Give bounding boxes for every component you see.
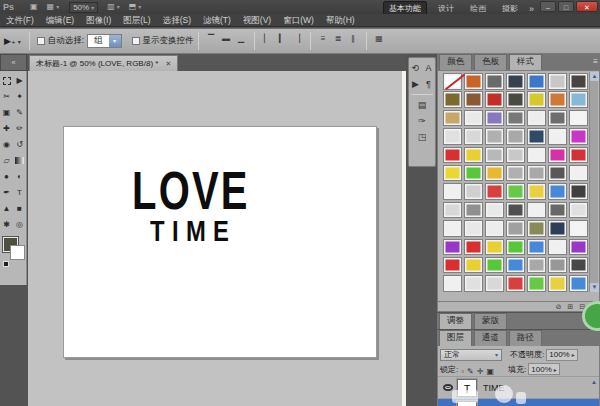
style-swatch-40[interactable] bbox=[548, 165, 567, 182]
background-color-swatch[interactable] bbox=[10, 245, 25, 260]
menu-item-文件[interactable]: 文件(F) bbox=[0, 14, 40, 27]
style-swatch-15[interactable] bbox=[464, 110, 483, 127]
style-swatch-28[interactable] bbox=[443, 147, 462, 164]
style-swatch-78[interactable] bbox=[464, 275, 483, 292]
style-swatch-12[interactable] bbox=[548, 91, 567, 108]
style-swatch-56[interactable] bbox=[443, 220, 462, 237]
style-swatch-4[interactable] bbox=[527, 73, 546, 90]
pen-tool-icon[interactable]: ✒ bbox=[0, 185, 13, 201]
styles-tab-色板[interactable]: 色板 bbox=[474, 54, 507, 70]
style-swatch-6[interactable] bbox=[569, 73, 588, 90]
style-swatch-75[interactable] bbox=[548, 257, 567, 274]
style-swatch-41[interactable] bbox=[569, 165, 588, 182]
style-swatch-32[interactable] bbox=[527, 147, 546, 164]
style-swatch-58[interactable] bbox=[485, 220, 504, 237]
tools-panel-collapse-button[interactable]: « bbox=[0, 54, 27, 71]
layers-tab-路径[interactable]: 路径 bbox=[509, 330, 542, 346]
style-swatch-23[interactable] bbox=[485, 128, 504, 145]
style-swatch-70[interactable] bbox=[443, 257, 462, 274]
view-extras-icon[interactable]: ▦▾ bbox=[47, 0, 60, 14]
style-swatch-49[interactable] bbox=[443, 202, 462, 219]
clone-source-panel-icon[interactable]: ◳ bbox=[416, 129, 429, 145]
minimize-button[interactable]: – bbox=[540, 1, 556, 12]
style-swatch-77[interactable] bbox=[443, 275, 462, 292]
style-swatch-63[interactable] bbox=[443, 239, 462, 256]
eyedropper-tool-icon[interactable]: ✎ bbox=[13, 105, 26, 121]
style-swatch-82[interactable] bbox=[548, 275, 567, 292]
current-tool-icon[interactable]: ▶₊▾ bbox=[0, 36, 25, 46]
lock-all-icon[interactable]: ▣ bbox=[486, 367, 494, 376]
style-swatch-62[interactable] bbox=[569, 220, 588, 237]
scroll-down-icon[interactable]: ▼ bbox=[590, 283, 599, 292]
style-swatch-79[interactable] bbox=[485, 275, 504, 292]
style-swatch-53[interactable] bbox=[527, 202, 546, 219]
menu-item-窗口[interactable]: 窗口(W) bbox=[277, 14, 320, 27]
style-swatch-59[interactable] bbox=[506, 220, 525, 237]
default-colors-icon[interactable] bbox=[3, 261, 9, 267]
menu-item-图像[interactable]: 图像(I) bbox=[80, 14, 117, 27]
clear-style-icon[interactable]: ⊘ bbox=[555, 302, 561, 311]
style-swatch-46[interactable] bbox=[527, 183, 546, 200]
eraser-tool-icon[interactable]: ▱ bbox=[0, 153, 13, 169]
panel-menu-icon[interactable]: ≡ bbox=[593, 57, 598, 66]
style-swatch-16[interactable] bbox=[485, 110, 504, 127]
align-icon-0[interactable]: ▔ bbox=[205, 32, 218, 45]
menu-item-视图[interactable]: 视图(V) bbox=[237, 14, 277, 27]
style-swatch-36[interactable] bbox=[464, 165, 483, 182]
type-tool-icon[interactable]: T bbox=[13, 185, 26, 201]
style-swatch-25[interactable] bbox=[527, 128, 546, 145]
style-swatch-37[interactable] bbox=[485, 165, 504, 182]
style-swatch-64[interactable] bbox=[464, 239, 483, 256]
brush-presets-panel-icon[interactable]: ✑ bbox=[416, 113, 429, 129]
style-swatch-7[interactable] bbox=[443, 91, 462, 108]
close-button[interactable]: ✕ bbox=[576, 1, 598, 12]
style-swatch-33[interactable] bbox=[548, 147, 567, 164]
menu-item-选择[interactable]: 选择(S) bbox=[157, 14, 197, 27]
style-swatch-71[interactable] bbox=[464, 257, 483, 274]
style-swatch-14[interactable] bbox=[443, 110, 462, 127]
restore-button[interactable]: □ bbox=[558, 1, 574, 12]
style-swatch-22[interactable] bbox=[464, 128, 483, 145]
actions-panel-icon[interactable]: ▶ bbox=[409, 76, 422, 92]
brush-tool-icon[interactable]: ✏ bbox=[13, 121, 26, 137]
style-swatch-39[interactable] bbox=[527, 165, 546, 182]
style-swatch-11[interactable] bbox=[527, 91, 546, 108]
hand-tool-icon[interactable]: ✱ bbox=[0, 217, 13, 233]
style-swatch-17[interactable] bbox=[506, 110, 525, 127]
styles-scrollbar[interactable]: ▲ ▼ bbox=[589, 72, 598, 292]
align-icon-3[interactable]: ▏ bbox=[261, 32, 274, 45]
arrange-documents-icon[interactable]: ▥▾ bbox=[107, 0, 120, 14]
document-tab[interactable]: 未标题-1 @ 50% (LOVE, RGB/8) * ✕ bbox=[29, 55, 178, 71]
style-swatch-38[interactable] bbox=[506, 165, 525, 182]
style-swatch-83[interactable] bbox=[569, 275, 588, 292]
blur-tool-icon[interactable]: ● bbox=[0, 169, 13, 185]
layers-tab-通道[interactable]: 通道 bbox=[474, 330, 507, 346]
menu-item-图层[interactable]: 图层(L) bbox=[117, 14, 156, 27]
style-swatch-45[interactable] bbox=[506, 183, 525, 200]
menu-item-帮助[interactable]: 帮助(H) bbox=[320, 14, 361, 27]
align-icon-6[interactable]: ≡ bbox=[317, 32, 330, 45]
style-swatch-27[interactable] bbox=[569, 128, 588, 145]
style-swatch-24[interactable] bbox=[506, 128, 525, 145]
tool-presets-panel-icon[interactable]: ▤ bbox=[416, 97, 429, 113]
style-swatch-65[interactable] bbox=[485, 239, 504, 256]
menu-item-滤镜[interactable]: 滤镜(T) bbox=[197, 14, 237, 27]
style-swatch-20[interactable] bbox=[569, 110, 588, 127]
zoom-level-dropdown[interactable]: 50% ▾ bbox=[69, 2, 98, 13]
crop-tool-icon[interactable]: ▣ bbox=[0, 105, 13, 121]
auto-select-checkbox[interactable] bbox=[37, 37, 45, 45]
workspace-more-button[interactable]: » bbox=[529, 4, 534, 14]
rectangular-marquee-tool-icon[interactable] bbox=[0, 73, 13, 89]
auto-select-dropdown[interactable]: 组 ▾ bbox=[87, 34, 122, 48]
adjustments-tab-蒙版[interactable]: 蒙版 bbox=[474, 313, 507, 329]
style-swatch-81[interactable] bbox=[527, 275, 546, 292]
style-swatch-13[interactable] bbox=[569, 91, 588, 108]
style-swatch-47[interactable] bbox=[548, 183, 567, 200]
style-swatch-55[interactable] bbox=[569, 202, 588, 219]
scroll-up-icon[interactable]: ▲ bbox=[591, 379, 597, 385]
style-swatch-10[interactable] bbox=[506, 91, 525, 108]
style-swatch-80[interactable] bbox=[506, 275, 525, 292]
style-swatch-21[interactable] bbox=[443, 128, 462, 145]
history-panel-icon[interactable]: ⟲ bbox=[409, 60, 422, 76]
style-swatch-51[interactable] bbox=[485, 202, 504, 219]
